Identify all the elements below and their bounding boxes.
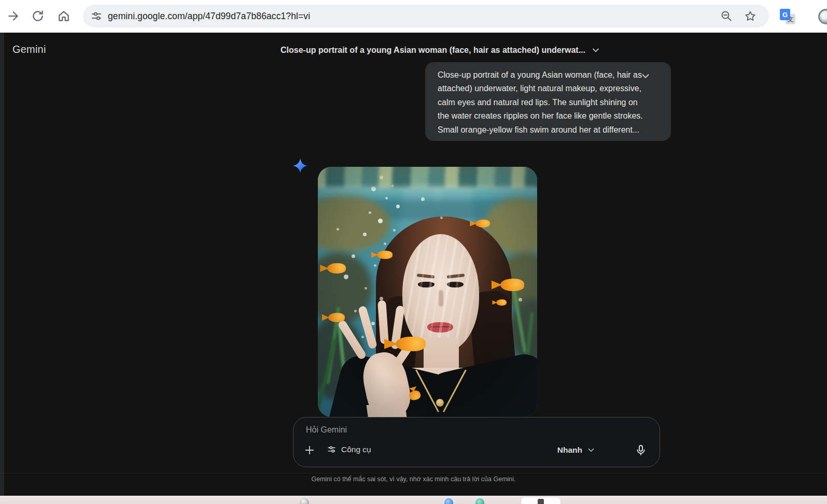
model-label: Nhanh <box>557 445 582 455</box>
generated-image[interactable] <box>318 167 537 417</box>
model-selector[interactable]: Nhanh <box>557 445 596 455</box>
os-taskbar[interactable] <box>0 496 827 504</box>
taskbar-app-glyph <box>538 499 544 504</box>
translate-g: G <box>780 9 790 20</box>
taskbar-app-icon[interactable] <box>475 498 484 504</box>
taskbar-app-icon[interactable] <box>300 498 309 504</box>
disclaimer-text: Gemini có thể mắc sai sót, vì vậy, nhớ x… <box>0 476 827 483</box>
vignette <box>318 167 537 417</box>
user-message-bubble: Close-up portrait of a young Asian woman… <box>425 62 671 141</box>
browser-toolbar: gemini.google.com/app/47d99d7a7b86acc1?h… <box>0 0 827 33</box>
prompt-line: the water creates ripples on her face li… <box>438 109 644 123</box>
gemini-logo[interactable]: Gemini <box>12 44 46 55</box>
sidebar-edge <box>0 33 4 496</box>
home-icon[interactable] <box>57 9 71 23</box>
tools-button[interactable]: Công cụ <box>327 444 371 454</box>
prompt-line: Close-up portrait of a young Asian woman… <box>438 68 644 82</box>
prompt-input[interactable]: Hỏi Gemini <box>306 425 347 435</box>
expand-prompt-chevron-icon[interactable] <box>640 70 651 82</box>
prompt-line: attached) underwater, light natural make… <box>438 82 644 95</box>
zoom-icon[interactable] <box>720 10 733 22</box>
reload-icon[interactable] <box>31 9 45 23</box>
url-text[interactable]: gemini.google.com/app/47d99d7a7b86acc1?h… <box>108 5 310 27</box>
plus-icon[interactable] <box>304 444 315 456</box>
taskbar-app-icon[interactable] <box>444 498 453 504</box>
microphone-icon[interactable] <box>635 444 647 456</box>
footer-divider <box>0 473 827 473</box>
tools-label: Công cụ <box>341 445 371 454</box>
gemini-sparkle-icon <box>293 159 307 173</box>
chevron-down-icon[interactable] <box>591 45 601 55</box>
air-bubbles <box>318 167 320 169</box>
taskbar-active-app[interactable] <box>521 497 560 504</box>
site-settings-icon[interactable] <box>90 10 103 22</box>
address-bar[interactable]: gemini.google.com/app/47d99d7a7b86acc1?h… <box>83 5 769 27</box>
conversation-header[interactable]: Close-up portrait of a young Asian woman… <box>207 45 674 55</box>
extension-circle-icon[interactable] <box>818 9 827 24</box>
gemini-page: Gemini Close-up portrait of a young Asia… <box>0 33 827 496</box>
forward-icon[interactable] <box>7 9 20 23</box>
screen: gemini.google.com/app/47d99d7a7b86acc1?h… <box>0 0 827 504</box>
tune-icon <box>327 444 337 454</box>
prompt-line: Small orange-yellow fish swim around her… <box>438 123 644 137</box>
chevron-down-icon <box>586 445 596 455</box>
bookmark-star-icon[interactable] <box>744 10 756 22</box>
prompt-line: calm eyes and natural red lips. The sunl… <box>438 96 644 109</box>
conversation-title[interactable]: Close-up portrait of a young Asian woman… <box>281 46 585 55</box>
translate-extension-icon[interactable]: 文 G <box>780 9 795 24</box>
prompt-composer[interactable]: Hỏi Gemini Công cụ Nhanh <box>293 417 660 467</box>
